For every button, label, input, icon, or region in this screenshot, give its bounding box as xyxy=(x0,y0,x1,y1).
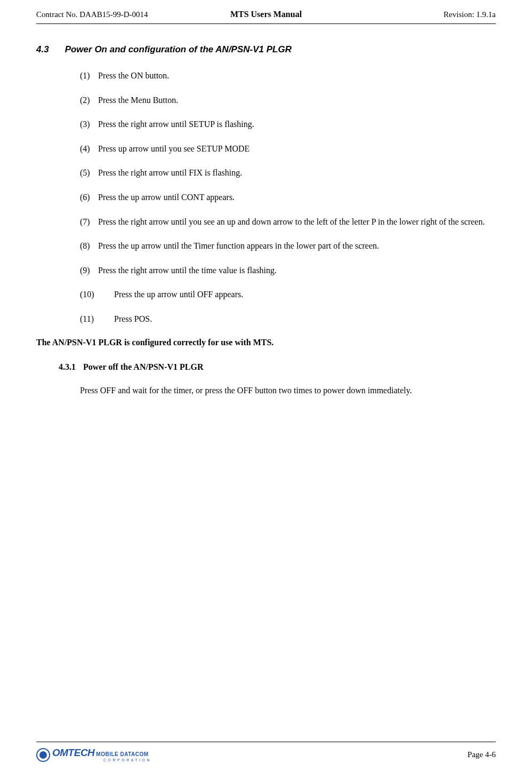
subsection-number: 4.3.1 xyxy=(59,362,76,372)
subsection-body: Press OFF and wait for the timer, or pre… xyxy=(80,385,490,396)
config-statement: The AN/PSN-V1 PLGR is configured correct… xyxy=(36,338,496,347)
footer-divider xyxy=(36,742,496,742)
header-title: MTS Users Manual xyxy=(189,10,342,19)
page-header: Contract No. DAAB15-99-D-0014 MTS Users … xyxy=(36,10,496,19)
step-number: (10) xyxy=(80,289,114,300)
step-number: (4) xyxy=(80,143,98,155)
step-text: Press the right arrow until SETUP is fla… xyxy=(98,118,490,130)
step-text: Press the up arrow until OFF appears. xyxy=(114,289,490,300)
step-text: Press the ON button. xyxy=(98,70,490,82)
step-list: (1) Press the ON button. (2) Press the M… xyxy=(80,70,490,325)
step-text: Press the Menu Button. xyxy=(98,94,490,106)
step-number: (9) xyxy=(80,265,98,276)
list-item: (5) Press the right arrow until FIX is f… xyxy=(80,167,490,179)
list-item: (9) Press the right arrow until the time… xyxy=(80,265,490,276)
step-number: (5) xyxy=(80,167,98,179)
company-logo: OMTECH MOBILE DATACOM CORPORATION xyxy=(36,748,151,762)
step-number: (2) xyxy=(80,94,98,106)
list-item: (11) Press POS. xyxy=(80,313,490,325)
subsection-title: Power off the AN/PSN-V1 PLGR xyxy=(83,362,203,371)
step-text: Press the right arrow until you see an u… xyxy=(98,216,490,228)
globe-icon xyxy=(36,748,50,762)
page-footer: OMTECH MOBILE DATACOM CORPORATION Page 4… xyxy=(36,742,496,762)
step-number: (1) xyxy=(80,70,98,82)
subsection-heading: 4.3.1Power off the AN/PSN-V1 PLGR xyxy=(59,362,496,372)
section-number: 4.3 xyxy=(36,44,49,55)
logo-corporation-text: CORPORATION xyxy=(103,758,151,762)
page-number: Page 4-6 xyxy=(467,750,496,759)
list-item: (6) Press the up arrow until CONT appear… xyxy=(80,192,490,203)
section-heading: 4.3Power On and configuration of the AN/… xyxy=(36,44,496,55)
header-divider xyxy=(36,23,496,24)
list-item: (3) Press the right arrow until SETUP is… xyxy=(80,118,490,130)
step-number: (11) xyxy=(80,313,114,325)
section-title: Power On and configuration of the AN/PSN… xyxy=(65,44,292,54)
list-item: (7) Press the right arrow until you see … xyxy=(80,216,490,228)
list-item: (2) Press the Menu Button. xyxy=(80,94,490,106)
step-text: Press up arrow until you see SETUP MODE xyxy=(98,143,490,155)
list-item: (8) Press the up arrow until the Timer f… xyxy=(80,240,490,252)
step-text: Press the up arrow until the Timer funct… xyxy=(98,240,490,252)
step-number: (3) xyxy=(80,118,98,130)
list-item: (4) Press up arrow until you see SETUP M… xyxy=(80,143,490,155)
header-revision: Revision: 1.9.1a xyxy=(343,10,496,19)
step-number: (6) xyxy=(80,192,98,203)
logo-mobile-text: MOBILE DATACOM xyxy=(96,752,148,757)
step-number: (8) xyxy=(80,240,98,252)
logo-omtech-text: OMTECH xyxy=(52,748,94,758)
header-contract: Contract No. DAAB15-99-D-0014 xyxy=(36,10,189,19)
list-item: (1) Press the ON button. xyxy=(80,70,490,82)
step-text: Press the right arrow until FIX is flash… xyxy=(98,167,490,179)
step-text: Press the right arrow until the time val… xyxy=(98,265,490,276)
step-text: Press POS. xyxy=(114,313,490,325)
step-text: Press the up arrow until CONT appears. xyxy=(98,192,490,203)
list-item: (10) Press the up arrow until OFF appear… xyxy=(80,289,490,300)
step-number: (7) xyxy=(80,216,98,228)
